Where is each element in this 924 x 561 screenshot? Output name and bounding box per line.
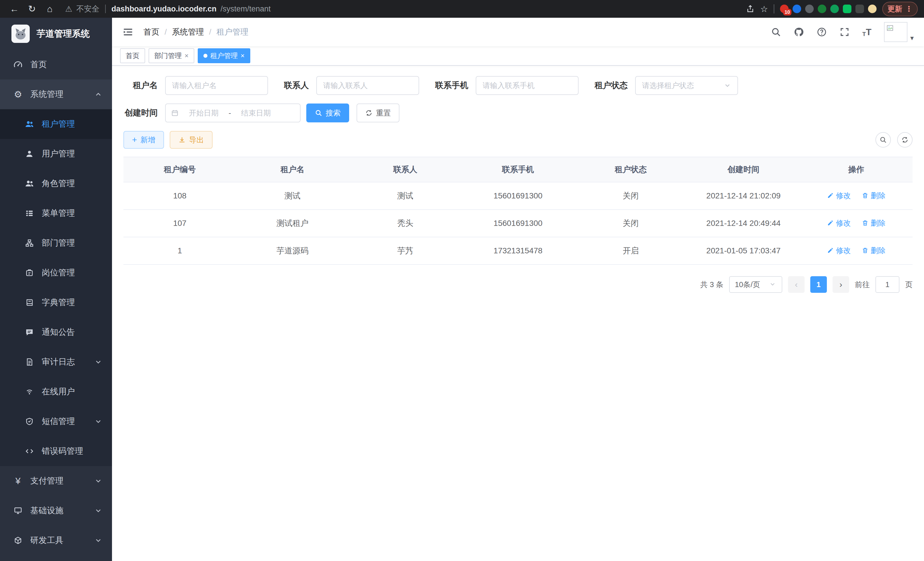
app-logo (11, 25, 30, 43)
dashboard-icon (13, 60, 23, 69)
delete-link[interactable]: 删除 (862, 246, 886, 256)
goto-page-input[interactable] (875, 276, 899, 293)
sidebar-item-devtools[interactable]: 研发工具 (0, 526, 112, 555)
phone-input[interactable] (476, 76, 579, 95)
main-area: 首页 / 系统管理 / 租户管理 TT ▾ (112, 18, 924, 561)
delete-label: 删除 (871, 246, 886, 256)
goto-suffix: 页 (905, 280, 913, 290)
end-date-input[interactable] (233, 109, 279, 117)
filter-contact: 联系人 (284, 76, 419, 95)
start-date-input[interactable] (181, 109, 226, 117)
search-button-label: 搜索 (326, 108, 340, 118)
back-icon[interactable]: ← (6, 1, 22, 17)
profile-avatar-icon[interactable] (868, 5, 877, 13)
sidebar-item-menus[interactable]: 菜单管理 (0, 199, 112, 228)
sidebar-item-departments[interactable]: 部门管理 (0, 228, 112, 258)
toggle-search-button[interactable] (875, 132, 891, 147)
help-icon[interactable] (817, 27, 827, 37)
top-navbar: 首页 / 系统管理 / 租户管理 TT ▾ (112, 18, 924, 46)
extension-icon[interactable]: 10 (780, 5, 789, 13)
cell-contact: 测试 (349, 182, 462, 210)
sidebar-item-users[interactable]: 用户管理 (0, 139, 112, 169)
sidebar-item-sms[interactable]: 短信管理 (0, 407, 112, 436)
status-select[interactable]: 请选择租户状态 (635, 76, 738, 95)
close-icon[interactable]: × (241, 52, 244, 60)
sidebar-item-posts[interactable]: 岗位管理 (0, 258, 112, 288)
shield-icon (25, 417, 34, 426)
refresh-table-button[interactable] (897, 132, 913, 147)
sidebar-item-notice[interactable]: 通知公告 (0, 317, 112, 347)
sidebar-item-dict[interactable]: 字典管理 (0, 288, 112, 317)
breadcrumb-item[interactable]: 首页 (143, 27, 159, 38)
font-size-icon[interactable]: TT (862, 27, 872, 38)
cell-name: 测试租户 (236, 210, 349, 237)
export-button[interactable]: 导出 (170, 131, 213, 149)
edit-link[interactable]: 修改 (827, 191, 851, 201)
sidebar-item-tenant[interactable]: 租户管理 (0, 109, 112, 139)
avatar-broken-image (884, 22, 908, 42)
edit-link[interactable]: 修改 (827, 218, 851, 228)
extension-icon[interactable] (805, 5, 814, 13)
tab-home[interactable]: 首页 (120, 48, 145, 63)
sidebar-item-audit-log[interactable]: 审计日志 (0, 347, 112, 377)
reload-icon[interactable]: ↻ (24, 1, 40, 17)
date-range-picker[interactable]: - (165, 104, 301, 122)
breadcrumb-separator: / (165, 27, 167, 37)
filter-create-time: 创建时间 - (123, 104, 301, 122)
chevron-down-icon (94, 536, 102, 544)
breadcrumb-item[interactable]: 系统管理 (172, 27, 204, 38)
reset-button[interactable]: 重置 (357, 104, 399, 122)
address-bar[interactable]: ⚠ 不安全 dashboard.yudao.iocoder.cn/system/… (65, 4, 739, 14)
sidebar-item-online-users[interactable]: 在线用户 (0, 377, 112, 407)
close-icon[interactable]: × (184, 52, 189, 60)
delete-link[interactable]: 删除 (862, 191, 886, 201)
extension-icon[interactable] (818, 5, 826, 13)
user-avatar-menu[interactable]: ▾ (884, 22, 914, 42)
delete-link[interactable]: 删除 (862, 218, 886, 228)
add-button[interactable]: + 新增 (123, 131, 164, 149)
next-page-button[interactable]: › (832, 276, 849, 293)
app-logo-row[interactable]: 芋道管理系统 (0, 18, 112, 50)
sidebar-item-error-codes[interactable]: 错误码管理 (0, 436, 112, 466)
extension-icon[interactable] (830, 5, 839, 13)
github-icon[interactable] (794, 27, 804, 37)
bookmark-star-icon[interactable]: ☆ (760, 4, 768, 14)
tenant-name-input[interactable] (165, 76, 268, 95)
table-toolbar: + 新增 导出 (123, 131, 913, 149)
tab-label: 首页 (126, 51, 140, 60)
cell-status: 开启 (574, 237, 687, 265)
tab-tenant[interactable]: 租户管理 × (198, 48, 250, 63)
current-page-button[interactable]: 1 (810, 276, 827, 293)
download-icon (178, 136, 186, 144)
contact-input[interactable] (316, 76, 419, 95)
edit-link[interactable]: 修改 (827, 246, 851, 256)
sidebar-fold-icon[interactable] (122, 26, 134, 38)
extension-icon[interactable] (843, 5, 851, 13)
search-icon[interactable] (771, 27, 781, 37)
browser-menu-icon[interactable]: ⋮ (905, 5, 913, 14)
sidebar-item-label: 系统管理 (30, 89, 63, 100)
cell-operations: 修改 删除 (800, 210, 913, 237)
page-size-select[interactable]: 10条/页 (729, 276, 782, 293)
plus-icon: + (132, 135, 137, 144)
browser-update-button[interactable]: 更新 ⋮ (882, 2, 918, 16)
share-icon[interactable] (746, 5, 754, 13)
monitor-icon (13, 506, 23, 516)
cell-phone: 15601691300 (462, 210, 574, 237)
field-label: 创建时间 (123, 107, 158, 119)
export-button-label: 导出 (189, 135, 204, 145)
fullscreen-icon[interactable] (839, 27, 850, 37)
sidebar-item-infrastructure[interactable]: 基础设施 (0, 496, 112, 526)
sidebar-item-roles[interactable]: 角色管理 (0, 169, 112, 199)
prev-page-button[interactable]: ‹ (788, 276, 805, 293)
home-icon[interactable]: ⌂ (42, 1, 58, 17)
sidebar-item-system[interactable]: ⚙ 系统管理 (0, 80, 112, 109)
puzzle-extension-icon[interactable] (855, 5, 864, 13)
sidebar: 芋道管理系统 首页 ⚙ 系统管理 租户管理 用户管理 角色管理 菜单管理 (0, 18, 112, 561)
field-label: 联系手机 (435, 80, 468, 91)
tab-departments[interactable]: 部门管理 × (148, 48, 194, 63)
extension-icon[interactable] (793, 5, 801, 13)
sidebar-item-home[interactable]: 首页 (0, 50, 112, 80)
sidebar-item-payment[interactable]: ¥ 支付管理 (0, 466, 112, 496)
search-button[interactable]: 搜索 (306, 104, 349, 122)
